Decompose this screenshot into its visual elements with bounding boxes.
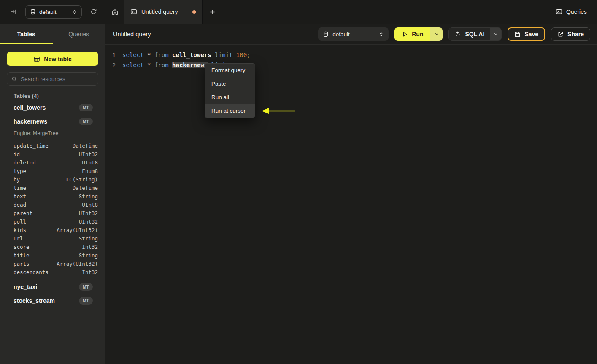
chevron-updown-icon <box>72 9 77 15</box>
column-name: time <box>14 185 73 191</box>
queries-icon <box>556 8 562 15</box>
column-name: parent <box>14 210 79 216</box>
chevron-updown-icon <box>378 32 384 37</box>
tab-label: Untitled query <box>141 8 188 15</box>
sidebar-tab-queries[interactable]: Queries <box>53 24 105 44</box>
table-item-hackernews[interactable]: hackernewsMT <box>14 116 98 127</box>
column-row: typeEnum8 <box>14 167 98 175</box>
column-type: UInt8 <box>82 202 98 208</box>
column-type: UInt32 <box>79 151 98 157</box>
column-row: deletedUInt8 <box>14 158 98 167</box>
share-label: Share <box>567 31 584 38</box>
table-item-cell_towers[interactable]: cell_towersMT <box>14 102 98 113</box>
share-button[interactable]: Share <box>551 27 590 41</box>
table-item-nyc_taxi[interactable]: nyc_taxiMT <box>14 282 98 292</box>
queries-label: Queries <box>566 8 587 15</box>
sql-ai-button[interactable]: SQL AI <box>449 28 490 40</box>
sql-ai-label: SQL AI <box>465 31 484 38</box>
table-name: nyc_taxi <box>14 283 79 290</box>
column-type: String <box>79 193 98 200</box>
query-title: Untitled query <box>113 31 318 38</box>
sidebar-tab-tables[interactable]: Tables <box>0 24 53 44</box>
new-table-label: New table <box>44 56 71 62</box>
queries-panel-button[interactable]: Queries <box>556 8 587 15</box>
column-row: textString <box>14 192 98 200</box>
column-row: titleString <box>14 251 98 259</box>
column-type: UInt8 <box>82 159 98 166</box>
new-tab-button[interactable] <box>203 0 222 24</box>
run-label: Run <box>412 31 423 38</box>
run-button[interactable]: Run <box>394 27 430 41</box>
sidebar: Tables Queries New table Tables (4) cell… <box>0 24 105 364</box>
refresh-icon <box>90 8 97 15</box>
refresh-button[interactable] <box>88 6 100 18</box>
plus-icon <box>209 9 216 15</box>
context-menu-item-paste[interactable]: Paste <box>205 77 255 91</box>
column-name: deleted <box>14 159 82 166</box>
column-type: UInt32 <box>79 210 98 216</box>
play-icon <box>402 31 408 38</box>
table-name: cell_towers <box>14 104 79 111</box>
chevron-down-icon <box>434 32 439 37</box>
column-type: DateTime <box>73 143 98 149</box>
line-number: 2 <box>105 62 122 68</box>
main-panel: Untitled query default <box>105 24 597 364</box>
context-menu-item-format-query[interactable]: Format query <box>205 64 255 77</box>
column-name: url <box>14 235 79 242</box>
engine-badge: MT <box>79 283 93 291</box>
database-selector-top[interactable]: default <box>25 5 82 19</box>
table-name: hackernews <box>14 118 79 125</box>
new-table-button[interactable]: New table <box>7 52 98 66</box>
terminal-icon <box>130 8 137 15</box>
collapse-sidebar-icon <box>10 8 17 15</box>
column-name: kids <box>14 227 57 233</box>
column-name: title <box>14 252 79 259</box>
column-row: update_timeDateTime <box>14 141 98 150</box>
code-line-1[interactable]: 1select * from cell_towers limit 100; <box>105 50 597 60</box>
column-name: by <box>14 176 66 183</box>
tab-strip: Untitled query <box>105 0 556 24</box>
column-type: Int32 <box>82 244 98 250</box>
column-type: Int32 <box>82 269 98 275</box>
home-button[interactable] <box>105 0 124 24</box>
run-options-button[interactable] <box>430 27 443 41</box>
table-icon <box>33 56 40 62</box>
database-icon <box>30 9 36 15</box>
column-name: score <box>14 244 82 250</box>
engine-label: Engine: MergeTree <box>14 130 98 137</box>
column-name: dead <box>14 202 82 208</box>
floppy-icon <box>514 31 521 38</box>
database-selector-toolbar[interactable]: default <box>318 27 389 41</box>
column-row: partsArray(UInt32) <box>14 259 98 268</box>
database-icon <box>323 31 329 37</box>
context-menu-item-run-all[interactable]: Run all <box>205 91 255 104</box>
table-item-stocks_stream[interactable]: stocks_streamMT <box>14 296 98 306</box>
code-line-2[interactable]: 2select * from hackernews limit 1000 <box>105 60 597 70</box>
collapse-sidebar-button[interactable] <box>8 6 19 18</box>
column-row: descendantsInt32 <box>14 268 98 276</box>
sidebar-body: New table Tables (4) cell_towersMThacker… <box>0 44 105 364</box>
sql-editor[interactable]: 1select * from cell_towers limit 100;2se… <box>105 45 597 70</box>
sql-ai-options-button[interactable] <box>490 28 501 40</box>
tables-section-label: Tables (4) <box>14 93 98 99</box>
search-input[interactable] <box>21 76 95 82</box>
database-selector-value: default <box>39 9 68 15</box>
unsaved-changes-dot <box>192 10 196 14</box>
column-row: idUInt32 <box>14 150 98 158</box>
column-row: kidsArray(UInt32) <box>14 226 98 234</box>
save-button[interactable]: Save <box>508 27 545 41</box>
column-type: LC(String) <box>66 176 98 183</box>
chevron-down-icon <box>493 32 498 37</box>
column-name: descendants <box>14 269 82 275</box>
code-text: select * from cell_towers limit 100; <box>122 51 251 58</box>
tab-untitled-query[interactable]: Untitled query <box>124 0 203 24</box>
column-type: Array(UInt32) <box>57 227 98 233</box>
context-menu-item-run-at-cursor[interactable]: Run at cursor <box>205 104 255 118</box>
sparkles-icon <box>454 30 461 38</box>
sidebar-header: default <box>0 0 105 24</box>
external-link-icon <box>557 31 564 38</box>
query-toolbar: Untitled query default <box>105 24 597 45</box>
column-name: type <box>14 168 82 174</box>
run-split-button: Run <box>394 27 443 41</box>
app-root: default Untitled query <box>0 0 597 364</box>
